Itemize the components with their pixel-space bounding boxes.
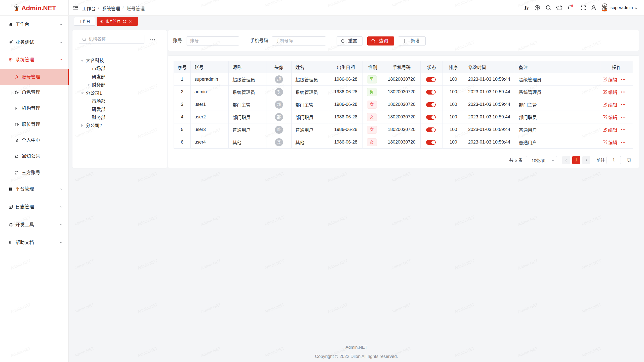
svg-text:T: T [527,7,529,10]
